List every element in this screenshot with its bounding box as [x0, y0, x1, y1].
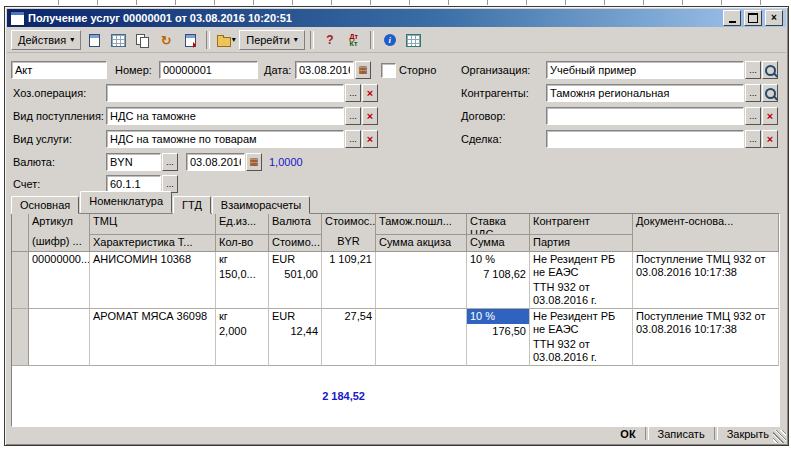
tab-vzaimoraschety[interactable]: Взаиморасчеты: [212, 196, 310, 214]
table-row: 00000000... АНИСОМИН 10368 кг 150,0... E…: [12, 252, 779, 309]
close-button[interactable]: ×: [765, 10, 783, 26]
row-selector[interactable]: [12, 252, 29, 309]
tab-gtd[interactable]: ГТД: [173, 196, 211, 214]
currency-cost-cell[interactable]: EUR 501,00: [269, 252, 322, 309]
operation-label: Хоз.операция:: [13, 87, 86, 99]
currency-field[interactable]: [106, 153, 161, 171]
counterparty-field[interactable]: [546, 84, 744, 102]
receipt-type-field[interactable]: [106, 107, 344, 125]
doc-kind-field[interactable]: [11, 61, 107, 79]
operation-field[interactable]: [106, 84, 344, 102]
number-field[interactable]: [159, 61, 258, 79]
calendar-icon: ▦: [249, 157, 258, 167]
calendar-button[interactable]: ▦: [355, 61, 371, 79]
number-label: Номер:: [115, 64, 152, 76]
cost-byr-cell[interactable]: 1 109,21: [322, 252, 376, 309]
ruler-ticks: [58, 0, 783, 5]
counterparty-field-wrap: ...: [546, 84, 778, 102]
table-row: АРОМАТ МЯСА 36098 кг 2,000 EUR 12,44 27,…: [12, 309, 779, 366]
subordination-structure-button[interactable]: ▾: [215, 30, 237, 50]
cost-byr-cell[interactable]: 27,54: [322, 309, 376, 366]
header-customs: Тамож.пошл... Сумма акциза: [376, 214, 467, 252]
article-cell[interactable]: 00000000...: [29, 252, 90, 309]
rate-date-field[interactable]: [186, 153, 245, 171]
deal-clear-button[interactable]: ×: [762, 130, 778, 148]
maximize-button[interactable]: [744, 10, 762, 26]
clear-icon: ×: [367, 134, 373, 145]
clear-icon: ×: [767, 134, 773, 145]
tmc-cell[interactable]: АРОМАТ МЯСА 36098: [90, 309, 216, 366]
customs-cell[interactable]: [376, 252, 467, 309]
service-type-select-button[interactable]: ...: [345, 130, 361, 148]
customs-cell[interactable]: [376, 309, 467, 366]
header-unit: Ед.из... Кол-во: [216, 214, 269, 252]
tab-nomenklatura[interactable]: Номенклатура: [80, 191, 172, 213]
deal-select-button[interactable]: ...: [745, 130, 761, 148]
organization-select-button[interactable]: ...: [745, 61, 761, 79]
contract-clear-button[interactable]: ×: [762, 107, 778, 125]
currency-cost-cell[interactable]: EUR 12,44: [269, 309, 322, 366]
storno-checkbox[interactable]: [381, 63, 396, 78]
rate-date-calendar-button[interactable]: ▦: [246, 153, 262, 171]
help-icon: ?: [326, 33, 333, 47]
deal-field[interactable]: [546, 130, 744, 148]
ok-button[interactable]: ОК: [611, 427, 644, 441]
document-window: Получение услуг 00000001 от 03.08.2016 1…: [4, 6, 789, 446]
organization-open-button[interactable]: [762, 61, 778, 79]
operation-clear-button[interactable]: ×: [362, 84, 378, 102]
currency-select-button[interactable]: ...: [162, 153, 178, 171]
toolbar-separator: [310, 31, 314, 49]
maximize-icon: [748, 13, 758, 23]
receipt-type-clear-button[interactable]: ×: [362, 107, 378, 125]
list-button[interactable]: [107, 30, 129, 50]
copy-button[interactable]: [131, 30, 153, 50]
counterparty-open-button[interactable]: [762, 84, 778, 102]
post-document-button[interactable]: [179, 30, 201, 50]
goto-button[interactable]: Перейти ▾: [239, 30, 305, 50]
copy-icon: [136, 34, 149, 47]
receipt-type-select-button[interactable]: ...: [345, 107, 361, 125]
service-type-field[interactable]: [106, 130, 344, 148]
save-button[interactable]: Записать: [649, 427, 714, 441]
minimize-icon: [729, 21, 736, 23]
actions-button[interactable]: Действия ▾: [11, 30, 81, 50]
report-button[interactable]: [403, 30, 425, 50]
resize-grip[interactable]: [773, 430, 786, 443]
report-icon: [406, 34, 421, 47]
date-field[interactable]: [295, 61, 354, 79]
row-selector[interactable]: [12, 309, 29, 366]
currency-field-wrap: ...: [106, 153, 178, 171]
tmc-cell[interactable]: АНИСОМИН 10368: [90, 252, 216, 309]
postings-button[interactable]: ДтКт: [343, 30, 365, 50]
header-base-doc: Документ-основа...: [633, 214, 779, 252]
reread-button[interactable]: ↻: [155, 30, 177, 50]
contract-field-wrap: ... ×: [546, 107, 778, 125]
toolbar-separator: [206, 31, 210, 49]
organization-field[interactable]: [546, 61, 744, 79]
article-cell[interactable]: [29, 309, 90, 366]
unit-qty-cell[interactable]: кг 2,000: [216, 309, 269, 366]
contractor-cell[interactable]: Не Резидент РБ не ЕАЭС ТТН 932 от 03.08.…: [530, 309, 633, 366]
ellipsis-icon: ...: [749, 135, 757, 144]
title-bar[interactable]: Получение услуг 00000001 от 03.08.2016 1…: [7, 9, 786, 27]
operation-field-wrap: ... ×: [106, 84, 378, 102]
vat-cell[interactable]: 10 % 176,50: [467, 309, 530, 366]
unit-qty-cell[interactable]: кг 150,0...: [216, 252, 269, 309]
vat-cell[interactable]: 10 % 7 108,62: [467, 252, 530, 309]
help-button[interactable]: ?: [319, 30, 341, 50]
tab-osnovnaya[interactable]: Основная: [11, 196, 79, 214]
service-type-clear-button[interactable]: ×: [362, 130, 378, 148]
clear-icon: ×: [367, 111, 373, 122]
contractor-cell[interactable]: Не Резидент РБ не ЕАЭС ТТН 932 от 03.08.…: [530, 252, 633, 309]
base-doc-cell[interactable]: Поступление ТМЦ 932 от 03.08.2016 10:17:…: [633, 252, 779, 309]
ellipsis-icon: ...: [166, 158, 174, 167]
counterparty-select-button[interactable]: ...: [745, 84, 761, 102]
info-button[interactable]: i: [379, 30, 401, 50]
base-doc-cell[interactable]: Поступление ТМЦ 932 от 03.08.2016 10:17:…: [633, 309, 779, 366]
contract-select-button[interactable]: ...: [745, 107, 761, 125]
minimize-button[interactable]: [723, 10, 741, 26]
open-document-button[interactable]: [83, 30, 105, 50]
contract-field[interactable]: [546, 107, 744, 125]
operation-select-button[interactable]: ...: [345, 84, 361, 102]
close-window-button[interactable]: Закрыть: [718, 427, 778, 441]
